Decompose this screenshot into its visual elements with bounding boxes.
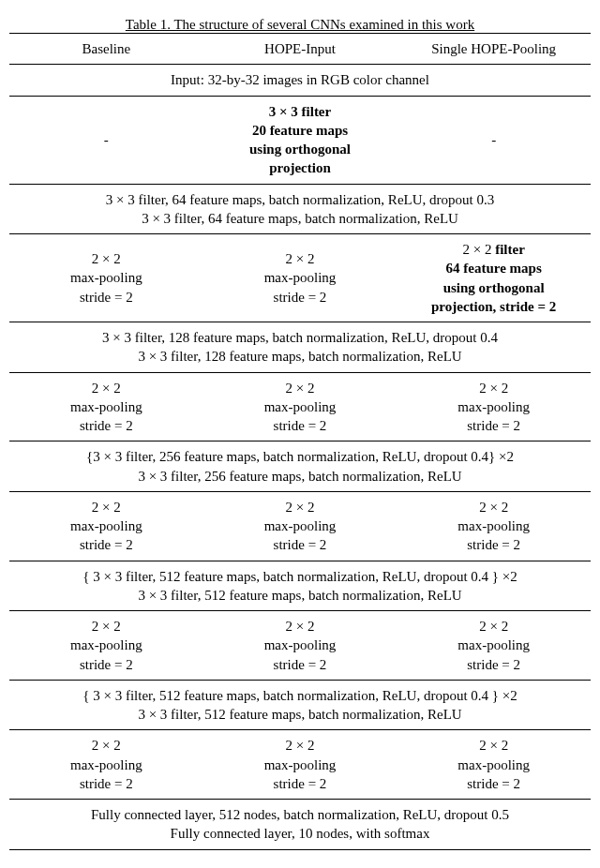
pool-2-baseline: 2 × 2 max-pooling stride = 2 bbox=[9, 372, 203, 441]
pool-std-l1: 2 × 2 bbox=[479, 738, 508, 753]
pool-std-l1: 2 × 2 bbox=[92, 738, 121, 753]
pool-1-hope-input: 2 × 2 max-pooling stride = 2 bbox=[203, 234, 398, 322]
pool-std-l3: stride = 2 bbox=[80, 418, 133, 433]
conv-block5: { 3 × 3 filter, 512 feature maps, batch … bbox=[9, 680, 591, 730]
fc-block: Fully connected layer, 512 nodes, batch … bbox=[9, 800, 591, 850]
pool-std-l2: max-pooling bbox=[264, 518, 337, 533]
fc-a: Fully connected layer, 512 nodes, batch … bbox=[91, 807, 509, 822]
conv-block2-b: 3 × 3 filter, 128 feature maps, batch no… bbox=[138, 349, 461, 364]
conv-block3: {3 × 3 filter, 256 feature maps, batch n… bbox=[9, 441, 591, 492]
pool-std-l2: max-pooling bbox=[70, 518, 142, 533]
pool-std-l3: stride = 2 bbox=[274, 657, 327, 672]
pool-std-l2: max-pooling bbox=[70, 757, 142, 772]
conv-block4: { 3 × 3 filter, 512 feature maps, batch … bbox=[9, 561, 591, 611]
pool-std-l1: 2 × 2 bbox=[286, 619, 315, 634]
hope-pool-l3: using orthogonal bbox=[443, 280, 545, 295]
conv-block1-b: 3 × 3 filter, 64 feature maps, batch nor… bbox=[142, 211, 458, 226]
hope-pool-l4: projection, stride = 2 bbox=[431, 299, 556, 314]
conv-block3-a: {3 × 3 filter, 256 feature maps, batch n… bbox=[86, 449, 514, 464]
conv-block4-b: 3 × 3 filter, 512 feature maps, batch no… bbox=[138, 588, 461, 603]
pool-1-baseline: 2 × 2 max-pooling stride = 2 bbox=[9, 234, 203, 322]
pool-std-l1: 2 × 2 bbox=[92, 619, 121, 634]
pool-std-l3: stride = 2 bbox=[467, 537, 520, 552]
pool-std-l3: stride = 2 bbox=[274, 290, 327, 305]
input-row: Input: 32-by-32 images in RGB color chan… bbox=[9, 65, 591, 96]
pool-2-single-hope: 2 × 2 max-pooling stride = 2 bbox=[397, 372, 591, 441]
pool-5-baseline: 2 × 2 max-pooling stride = 2 bbox=[9, 730, 203, 800]
pool-5-hope-input: 2 × 2 max-pooling stride = 2 bbox=[203, 730, 398, 800]
pool-std-l3: stride = 2 bbox=[274, 776, 327, 791]
pool-std-l1: 2 × 2 bbox=[286, 381, 315, 396]
pool-std-l1: 2 × 2 bbox=[286, 500, 315, 515]
pool-3-single-hope: 2 × 2 max-pooling stride = 2 bbox=[397, 491, 591, 561]
pool-std-l1: 2 × 2 bbox=[479, 500, 508, 515]
pool-std-l3: stride = 2 bbox=[274, 418, 327, 433]
pool-std-l2: max-pooling bbox=[70, 399, 142, 414]
conv-block2-a: 3 × 3 filter, 128 feature maps, batch no… bbox=[102, 330, 498, 345]
pool-std-l1: 2 × 2 bbox=[286, 251, 315, 266]
pool-std-l3: stride = 2 bbox=[80, 657, 133, 672]
pool-std-l1: 2 × 2 bbox=[92, 381, 121, 396]
pool-std-l2: max-pooling bbox=[264, 637, 337, 652]
pool-std-l2: max-pooling bbox=[70, 637, 142, 652]
pool-std-l3: stride = 2 bbox=[80, 537, 133, 552]
pool-std-l1: 2 × 2 bbox=[479, 381, 508, 396]
header-baseline: Baseline bbox=[9, 34, 203, 65]
conv-block2: 3 × 3 filter, 128 feature maps, batch no… bbox=[9, 322, 591, 373]
conv-block5-a: { 3 × 3 filter, 512 feature maps, batch … bbox=[82, 688, 518, 703]
pool-4-single-hope: 2 × 2 max-pooling stride = 2 bbox=[397, 611, 591, 681]
hope-pool-l1: 2 × 2 bbox=[462, 242, 491, 257]
hope-input-block: 3 × 3 filter 20 feature maps using ortho… bbox=[203, 96, 398, 184]
pool-3-baseline: 2 × 2 max-pooling stride = 2 bbox=[9, 491, 203, 561]
pool-std-l2: max-pooling bbox=[458, 518, 530, 533]
baseline-dash: - bbox=[9, 96, 203, 184]
fc-b: Fully connected layer, 10 nodes, with so… bbox=[171, 826, 430, 841]
conv-block5-b: 3 × 3 filter, 512 feature maps, batch no… bbox=[138, 707, 461, 722]
hope-pool-l2: 64 feature maps bbox=[446, 261, 542, 276]
pool-std-l2: max-pooling bbox=[264, 399, 337, 414]
filter-bold: filter bbox=[495, 242, 525, 257]
header-single-hope-pooling: Single HOPE-Pooling bbox=[397, 34, 591, 65]
pool-std-l2: max-pooling bbox=[264, 270, 337, 285]
pool-std-l2: max-pooling bbox=[264, 757, 337, 772]
pool-5-single-hope: 2 × 2 max-pooling stride = 2 bbox=[397, 730, 591, 800]
table-caption: Table 1. The structure of several CNNs e… bbox=[9, 17, 591, 33]
hope-input-l4: projection bbox=[269, 160, 331, 175]
conv-block4-a: { 3 × 3 filter, 512 feature maps, batch … bbox=[82, 569, 518, 584]
pool-std-l1: 2 × 2 bbox=[286, 738, 315, 753]
single-hope-dash: - bbox=[397, 96, 591, 184]
conv-block3-b: 3 × 3 filter, 256 feature maps, batch no… bbox=[138, 469, 461, 484]
pool-std-l3: stride = 2 bbox=[274, 537, 327, 552]
pool-3-hope-input: 2 × 2 max-pooling stride = 2 bbox=[203, 491, 398, 561]
conv-block1: 3 × 3 filter, 64 feature maps, batch nor… bbox=[9, 184, 591, 234]
hope-input-l3: using orthogonal bbox=[249, 142, 351, 157]
conv-block1-a: 3 × 3 filter, 64 feature maps, batch nor… bbox=[106, 192, 494, 207]
header-hope-input: HOPE-Input bbox=[203, 34, 398, 65]
pool-2-hope-input: 2 × 2 max-pooling stride = 2 bbox=[203, 372, 398, 441]
pool-std-l1: 2 × 2 bbox=[92, 251, 121, 266]
pool-1-single-hope: 2 × 2 filter 64 feature maps using ortho… bbox=[397, 234, 591, 322]
pool-std-l3: stride = 2 bbox=[80, 290, 133, 305]
hope-input-l1: 3 × 3 filter bbox=[269, 104, 331, 119]
pool-std-l1: 2 × 2 bbox=[92, 500, 121, 515]
pool-4-hope-input: 2 × 2 max-pooling stride = 2 bbox=[203, 611, 398, 681]
pool-std-l3: stride = 2 bbox=[467, 776, 520, 791]
pool-4-baseline: 2 × 2 max-pooling stride = 2 bbox=[9, 611, 203, 681]
pool-std-l2: max-pooling bbox=[70, 270, 142, 285]
pool-std-l2: max-pooling bbox=[458, 637, 530, 652]
pool-std-l2: max-pooling bbox=[458, 399, 530, 414]
pool-std-l2: max-pooling bbox=[458, 757, 530, 772]
cnn-structure-table: Baseline HOPE-Input Single HOPE-Pooling … bbox=[9, 33, 591, 850]
pool-std-l3: stride = 2 bbox=[467, 657, 520, 672]
pool-std-l1: 2 × 2 bbox=[479, 619, 508, 634]
hope-input-l2: 20 feature maps bbox=[252, 123, 348, 138]
pool-std-l3: stride = 2 bbox=[80, 776, 133, 791]
pool-std-l3: stride = 2 bbox=[467, 418, 520, 433]
